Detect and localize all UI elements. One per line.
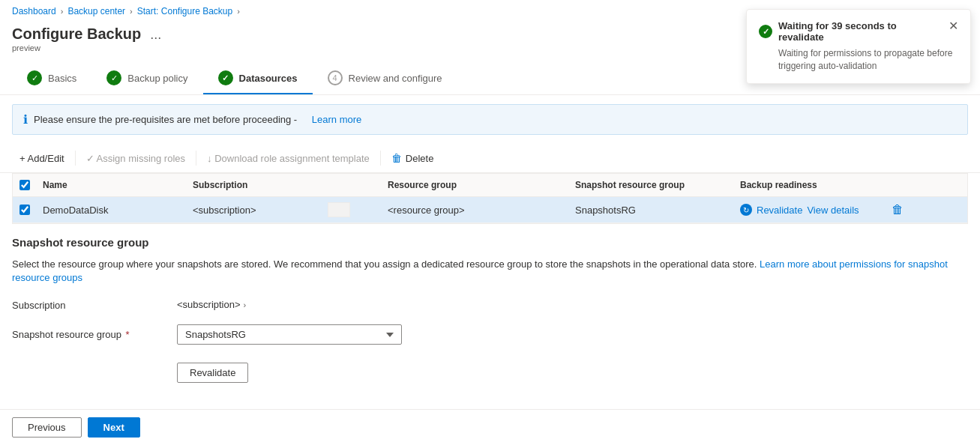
next-button[interactable]: Next — [88, 417, 140, 438]
row-backup-readiness: ↻ Revalidate View details — [734, 204, 884, 216]
assign-roles-button[interactable]: ✓ Assign missing roles — [79, 149, 193, 168]
breadcrumb-sep-1: › — [61, 7, 64, 16]
learn-more-link[interactable]: Learn more — [312, 114, 361, 125]
info-icon: ℹ — [23, 112, 28, 127]
more-options-button[interactable]: ... — [147, 27, 164, 43]
snapshot-section-title: Snapshot resource group — [12, 236, 968, 249]
row-rg-box — [322, 202, 382, 217]
snapshot-rg-dropdown[interactable]: SnapshotsRG — [177, 324, 402, 345]
table-header: Name Subscription Resource group Snapsho… — [13, 174, 967, 197]
subscription-value: <subscription> › — [177, 295, 968, 314]
revalidate-section-button[interactable]: Revalidate — [177, 363, 248, 383]
wizard-step-datasources[interactable]: ✓ Datasources — [203, 61, 313, 94]
assign-roles-label: ✓ Assign missing roles — [86, 153, 185, 164]
row-checkbox-col — [13, 205, 37, 215]
add-edit-label: + Add/Edit — [19, 153, 64, 164]
wizard-step-backup-policy[interactable]: ✓ Backup policy — [91, 61, 202, 94]
breadcrumb-sep-2: › — [130, 7, 133, 16]
col-header-resource-group: Resource group — [382, 180, 569, 190]
snapshot-rg-label-col: Snapshot resource group * — [12, 324, 177, 340]
wizard-step-basics[interactable]: ✓ Basics — [12, 61, 91, 94]
data-table: Name Subscription Resource group Snapsho… — [12, 173, 968, 224]
toolbar-separator-2 — [196, 151, 196, 166]
toast-header: ✓ Waiting for 39 seconds to revalidate ✕ — [759, 20, 958, 43]
step-icon-basics: ✓ — [27, 70, 42, 85]
breadcrumb-sep-3: › — [237, 7, 240, 16]
toast-notification: ✓ Waiting for 39 seconds to revalidate ✕… — [746, 9, 971, 84]
col-header-snapshot-rg: Snapshot resource group — [569, 180, 734, 190]
toast-title: ✓ Waiting for 39 seconds to revalidate — [759, 20, 943, 43]
download-label: ↓ Download role assignment template — [207, 153, 370, 164]
step-label-backup-policy: Backup policy — [127, 73, 187, 84]
toast-success-icon: ✓ — [759, 25, 772, 38]
snapshot-rg-form-row: Snapshot resource group * SnapshotsRG — [12, 324, 968, 345]
row-delete-button[interactable]: 🗑 — [890, 202, 905, 218]
snapshot-description: Select the resource group where your sna… — [12, 258, 968, 285]
row-subscription: <subscription> — [187, 205, 322, 216]
row-snapshot-rg: SnapshotsRG — [569, 205, 734, 216]
info-text: Please ensure the pre-requisites are met… — [34, 114, 297, 125]
row-name: DemoDataDisk — [37, 205, 187, 216]
download-template-button[interactable]: ↓ Download role assignment template — [199, 149, 377, 168]
snapshot-section: Snapshot resource group Select the resou… — [0, 224, 980, 395]
page-subtitle: preview — [12, 43, 164, 52]
subscription-label: Subscription — [12, 300, 177, 311]
step-icon-review: 4 — [328, 70, 343, 85]
col-header-checkbox — [13, 180, 37, 190]
step-label-basics: Basics — [48, 73, 76, 84]
snapshot-rg-label: Snapshot resource group * — [12, 329, 177, 340]
step-icon-backup-policy: ✓ — [106, 70, 121, 85]
toolbar: + Add/Edit ✓ Assign missing roles ↓ Down… — [0, 144, 980, 173]
revalidate-btn-container: Revalidate — [12, 354, 968, 383]
toast-body: Waiting for permissions to propagate bef… — [759, 47, 958, 73]
toast-close-button[interactable]: ✕ — [949, 20, 958, 32]
row-delete-col: 🗑 — [884, 202, 914, 218]
col-header-backup-readiness: Backup readiness — [734, 180, 884, 190]
footer: Previous Next — [0, 409, 980, 440]
delete-button[interactable]: 🗑 Delete — [384, 148, 442, 168]
page-title: Configure Backup — [12, 25, 141, 43]
required-marker: * — [126, 329, 130, 340]
col-header-name: Name — [37, 180, 187, 190]
info-banner: ℹ Please ensure the pre-requisites are m… — [12, 104, 968, 135]
wizard-step-review[interactable]: 4 Review and configure — [313, 61, 457, 94]
snapshot-rg-input-col: SnapshotsRG — [177, 324, 968, 345]
delete-label: Delete — [406, 153, 434, 164]
breadcrumb-dashboard[interactable]: Dashboard — [12, 6, 56, 16]
previous-button[interactable]: Previous — [12, 417, 82, 438]
select-all-checkbox[interactable] — [19, 180, 30, 190]
delete-icon: 🗑 — [391, 152, 402, 164]
breadcrumb-backup-center[interactable]: Backup center — [67, 6, 125, 16]
view-details-link[interactable]: View details — [807, 205, 859, 216]
step-icon-datasources: ✓ — [218, 70, 233, 85]
toolbar-separator-1 — [75, 151, 76, 166]
add-edit-button[interactable]: + Add/Edit — [12, 149, 72, 168]
row-checkbox[interactable] — [19, 205, 30, 215]
toolbar-separator-3 — [380, 151, 381, 166]
col-header-subscription: Subscription — [187, 180, 322, 190]
subscription-label-col: Subscription — [12, 295, 177, 311]
subscription-value-col: <subscription> › — [177, 295, 968, 314]
step-label-datasources: Datasources — [239, 73, 298, 84]
table-row: DemoDataDisk <subscription> <resource gr… — [13, 197, 967, 223]
revalidate-status-icon: ↻ — [740, 204, 752, 216]
breadcrumb-configure-backup[interactable]: Start: Configure Backup — [137, 6, 232, 16]
step-label-review: Review and configure — [349, 73, 442, 84]
row-resource-group: <resource group> — [382, 205, 569, 216]
revalidate-link[interactable]: Revalidate — [757, 205, 802, 216]
subscription-arrow: › — [244, 300, 247, 309]
subscription-form-row: Subscription <subscription> › — [12, 295, 968, 314]
